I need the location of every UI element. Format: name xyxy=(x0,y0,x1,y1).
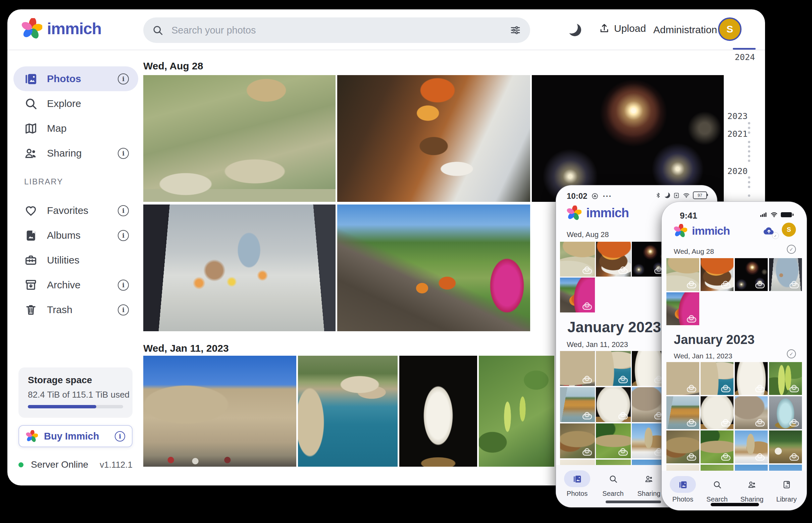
timeline-dot xyxy=(748,181,750,183)
photo-holding-hands[interactable] xyxy=(769,258,802,291)
cloud-sync-icon xyxy=(755,421,765,427)
cloud-sync-icon xyxy=(755,283,765,288)
administration-link[interactable]: Administration xyxy=(653,24,717,36)
timeline-year-2020[interactable]: 2020 xyxy=(727,166,747,176)
photos-icon xyxy=(573,474,582,484)
photo-holding-hands[interactable] xyxy=(143,204,335,331)
sidebar-item-archive[interactable]: Archive xyxy=(13,273,138,297)
photos-info-icon[interactable] xyxy=(118,73,129,85)
tab-label: Photos xyxy=(672,495,693,503)
photo-fortress-walls[interactable] xyxy=(143,356,296,467)
photo-autumn-path[interactable] xyxy=(560,277,595,312)
sidebar-item-trash[interactable]: Trash xyxy=(13,297,138,322)
logo-text: immich xyxy=(47,19,101,38)
photo-dinner-table[interactable] xyxy=(337,75,530,202)
photo-dinner-table[interactable] xyxy=(596,242,631,276)
search-filter-icon[interactable] xyxy=(509,24,521,36)
tab-search[interactable]: Search xyxy=(597,470,629,498)
favorites-info-icon[interactable] xyxy=(118,205,129,216)
status-more-icon xyxy=(603,192,612,201)
photo-lizard-leaves[interactable] xyxy=(560,423,595,458)
photo-beach-cliff[interactable] xyxy=(667,396,699,429)
photo-winter-village[interactable] xyxy=(735,431,768,463)
timeline-year-2024[interactable]: 2024 xyxy=(735,52,755,62)
user-avatar[interactable]: S xyxy=(718,17,742,41)
photo-monkeys-forest[interactable] xyxy=(667,258,699,291)
photo-marble-bust[interactable] xyxy=(735,362,768,395)
photo-beach-cliff[interactable] xyxy=(560,387,595,422)
sidebar-item-favorites[interactable]: Favorites xyxy=(13,198,138,223)
photo-marble-bust[interactable] xyxy=(399,356,477,467)
dark-mode-toggle-icon[interactable] xyxy=(568,23,581,36)
cloud-sync-icon xyxy=(790,421,799,427)
user-avatar[interactable]: S xyxy=(782,222,796,237)
signal-icon xyxy=(759,211,767,219)
sidebar-item-label: Explore xyxy=(47,98,81,109)
photo-fireworks[interactable] xyxy=(532,75,724,202)
photo-coastal-town[interactable] xyxy=(596,351,631,386)
trash-info-icon[interactable] xyxy=(118,304,129,315)
photo-lizard-moss[interactable] xyxy=(701,431,733,463)
tab-search[interactable]: Search xyxy=(701,476,733,503)
status-triangle-icon xyxy=(591,193,599,200)
photo-sea-grapes[interactable] xyxy=(479,356,554,467)
photo-marble-sculpture[interactable] xyxy=(596,387,631,422)
sidebar-item-albums[interactable]: Albums xyxy=(13,223,138,248)
server-version: v1.112.1 xyxy=(100,459,133,470)
sharing-people-icon xyxy=(644,474,654,484)
sidebar-item-explore[interactable]: Explore xyxy=(13,91,138,116)
select-all-icon[interactable] xyxy=(787,245,796,254)
photo-farm-field[interactable] xyxy=(769,431,802,463)
backup-cloud-icon[interactable]: ✓ xyxy=(761,232,776,238)
tab-photos[interactable]: Photos xyxy=(667,476,699,503)
sidebar-item-map[interactable]: Map xyxy=(13,116,138,141)
photo-coastal-town[interactable] xyxy=(298,356,398,467)
sidebar-item-utilities[interactable]: Utilities xyxy=(13,248,138,273)
photo-coastal-town[interactable] xyxy=(701,362,733,395)
photo-monkeys-forest[interactable] xyxy=(143,75,335,202)
sidebar-item-sharing[interactable]: Sharing xyxy=(13,141,138,166)
photo-sea-grapes[interactable] xyxy=(769,362,802,395)
timeline-position-indicator xyxy=(733,48,756,50)
server-status-label: Server Online xyxy=(31,459,88,470)
search-bar[interactable] xyxy=(143,17,530,43)
cloud-sync-icon xyxy=(687,387,696,392)
archive-info-icon[interactable] xyxy=(118,279,129,291)
photo-autumn-path[interactable] xyxy=(667,292,699,325)
search-input[interactable] xyxy=(171,24,509,36)
select-all-icon[interactable] xyxy=(787,349,796,358)
immich-logo[interactable]: immich xyxy=(21,18,101,39)
photo-fireworks[interactable] xyxy=(735,258,768,291)
photo-marble-sculpture[interactable] xyxy=(701,396,733,429)
timeline-dot xyxy=(748,176,750,179)
battery-percent: 97 xyxy=(697,193,702,198)
sidebar-item-label: Sharing xyxy=(47,147,82,159)
photo-monkeys-forest[interactable] xyxy=(560,242,595,276)
photo-lizard-moss[interactable] xyxy=(596,423,631,458)
timeline-year-2023[interactable]: 2023 xyxy=(727,111,747,121)
avatar-initial: S xyxy=(787,226,791,233)
timeline-year-2021[interactable]: 2021 xyxy=(727,129,747,139)
photo-dinner-table[interactable] xyxy=(701,258,733,291)
albums-info-icon[interactable] xyxy=(118,230,129,241)
cloud-sync-icon xyxy=(755,387,765,392)
search-icon xyxy=(609,474,618,484)
trash-icon xyxy=(24,303,38,317)
buy-info-icon[interactable] xyxy=(115,431,125,441)
sharing-info-icon[interactable] xyxy=(118,148,129,159)
tab-sharing[interactable]: Sharing xyxy=(736,476,768,503)
upload-button[interactable]: Upload xyxy=(599,23,646,34)
photo-ornate-trophy[interactable] xyxy=(769,396,802,429)
photo-autumn-path[interactable] xyxy=(337,204,530,331)
buy-immich-button[interactable]: Buy Immich xyxy=(18,425,133,447)
photo-castle-ruins[interactable] xyxy=(735,396,768,429)
sidebar-item-label: Favorites xyxy=(47,205,88,216)
tab-photos[interactable]: Photos xyxy=(561,470,593,498)
photo-lizard-leaves[interactable] xyxy=(667,431,699,463)
photo-fortress-walls[interactable] xyxy=(667,362,699,395)
timeline-dot xyxy=(748,186,750,188)
tab-library[interactable]: Library xyxy=(771,476,802,503)
tab-sharing[interactable]: Sharing xyxy=(633,470,665,498)
photo-fortress-walls[interactable] xyxy=(560,351,595,386)
sidebar-item-photos[interactable]: Photos xyxy=(13,66,138,91)
